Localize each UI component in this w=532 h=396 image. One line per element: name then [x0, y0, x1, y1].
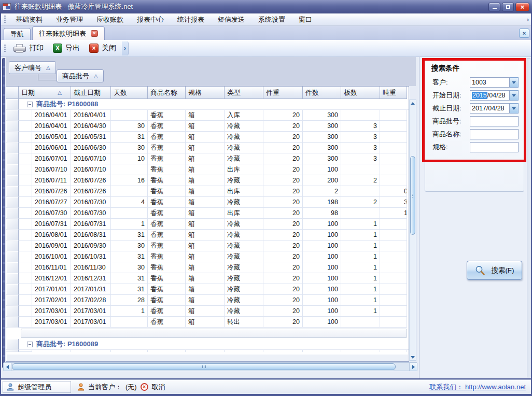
chevron-down-icon[interactable] [510, 103, 519, 114]
column-header[interactable]: 日期△ [19, 87, 71, 99]
minimize-button[interactable] [488, 3, 500, 11]
menu-overflow-icon[interactable]: › [527, 16, 529, 23]
print-button[interactable]: 打印 [9, 42, 48, 54]
horizontal-scroll-thumb[interactable] [12, 363, 396, 370]
row-indicator[interactable] [6, 219, 19, 230]
menu-item-1[interactable]: 业务管理 [49, 13, 90, 25]
scroll-right-icon[interactable] [409, 363, 417, 371]
end-date-field[interactable]: 2017/04/28 [470, 103, 510, 114]
chevron-down-icon[interactable] [510, 77, 519, 88]
column-header[interactable]: 商品名称 [148, 87, 186, 99]
tabstrip-close-button[interactable]: × [519, 29, 529, 38]
table-row[interactable]: 2017/03/012017/03/011香蕉箱冷藏201001 [6, 306, 409, 317]
collapse-icon[interactable] [27, 102, 33, 107]
column-header[interactable]: 件数 [303, 87, 341, 99]
menu-item-0[interactable]: 基础资料 [9, 13, 49, 25]
table-row[interactable]: 2016/04/012016/04/3030香蕉箱冷藏203003 [6, 121, 409, 132]
column-header[interactable]: 吨重 [380, 87, 407, 99]
row-indicator[interactable] [6, 99, 19, 110]
cancel-icon[interactable]: ✕ [141, 383, 148, 391]
group-row[interactable]: 商品批号: P1600089 [6, 339, 409, 350]
scroll-down-icon[interactable] [410, 354, 416, 360]
row-indicator[interactable] [6, 317, 19, 328]
vertical-scroll-thumb[interactable] [410, 156, 415, 235]
group-row[interactable]: 商品批号: P1600088 [6, 99, 409, 110]
table-row[interactable]: 2017/03/012017/03/01香蕉箱转出20100 [6, 317, 409, 328]
column-header[interactable]: 天数 [111, 87, 148, 99]
table-row[interactable]: 2016/07/262016/07/26香蕉箱出库2020 [6, 186, 409, 197]
menu-item-3[interactable]: 报表中心 [130, 13, 171, 25]
cancel-link[interactable]: 取消 [152, 383, 165, 392]
toolbar-overflow-icon[interactable]: › [122, 41, 129, 55]
menu-item-6[interactable]: 系统设置 [251, 13, 292, 25]
row-indicator[interactable] [6, 143, 19, 153]
table-row[interactable]: 2016/11/012016/11/3030香蕉箱冷藏201001 [6, 262, 409, 273]
row-indicator[interactable] [6, 306, 19, 317]
scroll-up-icon[interactable] [410, 100, 416, 106]
table-row[interactable]: 2016/06/012016/06/3030香蕉箱冷藏203003 [6, 143, 409, 153]
table-row[interactable]: 2016/07/312016/07/311香蕉箱冷藏201001 [6, 219, 409, 230]
row-indicator[interactable] [6, 121, 19, 132]
column-header[interactable]: 板数 [341, 87, 380, 99]
tab-close-icon[interactable]: × [91, 30, 98, 37]
column-header[interactable]: 规格 [186, 87, 225, 99]
tab-account-detail[interactable]: 往来账款明细表 × [32, 26, 105, 40]
spec-input[interactable] [470, 142, 519, 152]
table-row[interactable]: 2016/07/302016/07/30香蕉箱出库20981 [6, 208, 409, 219]
column-header[interactable]: 类型 [225, 87, 263, 99]
product-name-input[interactable] [470, 129, 519, 139]
horizontal-scrollbar[interactable] [3, 362, 417, 371]
table-row[interactable]: 2016/07/112016/07/2616香蕉箱冷藏202002 [6, 175, 409, 186]
contact-link[interactable]: 联系我们： http://www.aolan.net [429, 383, 526, 392]
table-row[interactable]: 2016/09/012016/09/3030香蕉箱冷藏201001 [6, 241, 409, 251]
column-header[interactable]: 截止日期 [71, 87, 111, 99]
menu-item-4[interactable]: 统计报表 [171, 13, 211, 25]
row-indicator[interactable] [6, 186, 19, 197]
tab-navigation[interactable]: 导航 [4, 28, 31, 40]
menu-item-7[interactable]: 窗口 [292, 13, 319, 25]
close-tab-button[interactable]: × 关闭 [85, 42, 121, 54]
row-indicator[interactable] [6, 175, 19, 186]
row-indicator[interactable] [6, 197, 19, 208]
collapse-icon[interactable] [27, 342, 33, 347]
row-indicator[interactable] [6, 295, 19, 306]
row-indicator[interactable] [6, 339, 19, 350]
table-row[interactable]: 2016/04/012016/04/01香蕉箱入库20300 [6, 110, 409, 121]
close-button[interactable]: × [515, 3, 529, 11]
menu-item-2[interactable]: 应收账款 [90, 13, 130, 25]
menu-item-5[interactable]: 短信发送 [211, 13, 251, 25]
scroll-left-icon[interactable] [4, 363, 11, 371]
groupby-chip-batch[interactable]: 商品批号 △ [57, 69, 104, 82]
nav-splitter[interactable] [2, 58, 5, 368]
table-row[interactable]: 2016/05/012016/05/3131香蕉箱冷藏203003 [6, 132, 409, 143]
table-row[interactable]: 2016/07/012016/07/1010香蕉箱冷藏203003 [6, 153, 409, 164]
start-date-field[interactable]: 2015/04/28 [470, 90, 510, 101]
customer-combo[interactable]: 1003 [470, 77, 510, 88]
chevron-down-icon[interactable] [510, 90, 519, 101]
table-row[interactable]: 2016/07/272016/07/304香蕉箱冷藏2019823 [6, 197, 409, 208]
row-indicator[interactable] [6, 251, 19, 262]
row-indicator[interactable] [6, 262, 19, 273]
row-indicator[interactable] [6, 208, 19, 219]
export-button[interactable]: X 导出 [48, 42, 85, 54]
table-row[interactable]: 2017/02/012017/02/2828香蕉箱冷藏201001 [6, 295, 409, 306]
row-indicator[interactable] [6, 284, 19, 295]
vertical-scrollbar[interactable] [409, 100, 416, 361]
row-indicator[interactable] [6, 230, 19, 241]
table-row[interactable]: 2016/12/012016/12/3131香蕉箱冷藏201001 [6, 273, 409, 284]
row-indicator[interactable] [6, 110, 19, 121]
table-row[interactable]: 2016/08/012016/08/3131香蕉箱冷藏201001 [6, 230, 409, 241]
table-row[interactable]: 2016/07/102016/07/10香蕉箱出库20100 [6, 164, 409, 175]
batch-input[interactable] [470, 116, 519, 126]
row-indicator[interactable] [6, 164, 19, 175]
row-indicator[interactable] [6, 153, 19, 164]
row-indicator[interactable] [6, 273, 19, 284]
column-header[interactable]: 件重 [263, 87, 303, 99]
row-indicator[interactable] [6, 241, 19, 251]
table-row[interactable]: 2016/10/012016/10/3131香蕉箱冷藏201001 [6, 251, 409, 262]
row-indicator[interactable] [6, 132, 19, 143]
groupby-chip-customer[interactable]: 客户编号 △ [9, 61, 56, 74]
table-row[interactable]: 2017/01/012017/01/3131香蕉箱冷藏201001 [6, 284, 409, 295]
row-indicator[interactable] [6, 350, 19, 352]
search-button[interactable]: 搜索(F) [467, 261, 522, 280]
